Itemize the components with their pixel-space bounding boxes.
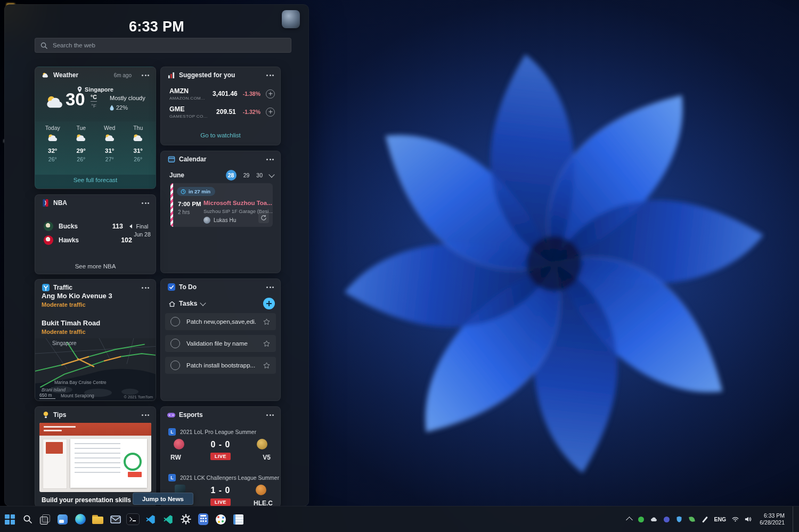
see-more-nba-link[interactable]: See more NBA: [35, 263, 156, 269]
task-list-name[interactable]: Tasks: [179, 300, 198, 307]
search-button[interactable]: [19, 509, 36, 530]
nba-widget[interactable]: NBA Bucks 113 Hawks 102 Final Jun 28 See…: [35, 194, 156, 274]
task-view-button[interactable]: [36, 509, 54, 530]
chevron-down-icon[interactable]: [268, 171, 274, 177]
more-options-button[interactable]: [264, 411, 276, 419]
stocks-icon: [167, 71, 175, 79]
unit-fahrenheit[interactable]: °F: [91, 103, 96, 109]
eco-leaf-icon[interactable]: [689, 516, 696, 523]
traffic-widget[interactable]: Traffic Ang Mo Kio Avenue 3 Moderate tra…: [35, 279, 156, 401]
add-task-button[interactable]: [263, 298, 275, 309]
calculator-icon: [198, 513, 208, 525]
weather-widget[interactable]: Weather 6m ago Singapore 30 °C °F Mostly…: [35, 67, 156, 189]
security-shield-icon[interactable]: [676, 516, 683, 523]
volume-icon[interactable]: [745, 516, 752, 523]
user-avatar[interactable]: [282, 10, 300, 28]
star-icon[interactable]: [263, 340, 271, 348]
more-options-button[interactable]: [264, 155, 276, 163]
unit-toggle[interactable]: °C °F: [91, 94, 97, 109]
sync-icon: [260, 215, 267, 221]
status-green-icon[interactable]: [638, 516, 645, 523]
jump-to-news-button[interactable]: Jump to News: [133, 493, 193, 505]
vscode-insiders-button[interactable]: [159, 509, 177, 530]
team-abbreviation: V5: [263, 454, 271, 461]
task-item[interactable]: Patch new,open,save,edi...: [165, 313, 276, 330]
start-button[interactable]: [1, 509, 19, 530]
palette-icon: [216, 514, 226, 525]
go-to-watchlist-link[interactable]: Go to watchlist: [161, 132, 280, 138]
more-options-button[interactable]: [264, 283, 276, 291]
more-options-button[interactable]: [140, 284, 151, 292]
calculator-button[interactable]: [194, 509, 212, 530]
task-item[interactable]: Validation file by name: [165, 335, 276, 352]
notepad-button[interactable]: [230, 509, 247, 530]
settings-button[interactable]: [177, 509, 194, 530]
event-title[interactable]: Microsoft Suzhou Toa...: [203, 200, 272, 206]
league-name: 2021 LoL Pro League Summer: [180, 429, 256, 435]
onedrive-cloud-icon[interactable]: [650, 516, 657, 523]
web-search-bar[interactable]: [35, 38, 291, 53]
network-icon[interactable]: [732, 516, 739, 523]
paint-button[interactable]: [212, 509, 230, 530]
forecast-day[interactable]: Today 32° 26°: [38, 125, 67, 175]
show-desktop-button[interactable]: [793, 506, 796, 532]
widgets-button[interactable]: [54, 509, 71, 530]
card-title: NBA: [53, 199, 67, 207]
terminal-button[interactable]: [124, 509, 142, 530]
more-options-button[interactable]: [140, 411, 151, 419]
vscode-insiders-icon: [163, 514, 173, 525]
add-to-watchlist-button[interactable]: [266, 108, 275, 117]
team-row: Bucks 113: [44, 220, 132, 232]
forecast-day[interactable]: Thu 31° 26°: [124, 125, 153, 175]
teams-icon[interactable]: [663, 516, 670, 523]
bucks-logo: [44, 222, 53, 231]
search-input[interactable]: [52, 42, 286, 49]
mail-button[interactable]: [107, 509, 124, 530]
calendar-day[interactable]: 29: [243, 172, 250, 178]
taskbar-clock[interactable]: 6:33 PM 6/28/2021: [757, 512, 787, 526]
more-options-button[interactable]: [140, 71, 151, 79]
esports-widget[interactable]: Esports L 2021 LoL Pro League Summer 0 -…: [160, 406, 281, 506]
task-item[interactable]: Patch install bootstrapp...: [165, 357, 276, 374]
stock-price: 209.51: [216, 108, 241, 116]
stock-row[interactable]: AMZN AMAZON.COM... 3,401.46 -1.38%: [161, 85, 280, 102]
stocks-widget[interactable]: Suggested for you AMZN AMAZON.COM... 3,4…: [160, 67, 281, 145]
star-icon[interactable]: [263, 318, 271, 326]
stock-row[interactable]: GME GAMESTOP CO... 209.51 -1.32%: [161, 103, 280, 120]
unit-celsius[interactable]: °C: [91, 94, 97, 100]
chevron-down-icon[interactable]: [200, 300, 206, 306]
star-icon[interactable]: [263, 362, 271, 370]
forecast-day[interactable]: Wed 31° 27°: [95, 125, 124, 175]
forecast-grid: Today 32° 26° Tue 29° 26° Wed 31° 27° Th…: [35, 121, 156, 175]
lightbulb-icon: [42, 411, 50, 419]
file-explorer-button[interactable]: [89, 509, 107, 530]
more-options-button[interactable]: [140, 199, 151, 207]
task-checkbox[interactable]: [170, 339, 180, 348]
calendar-widget[interactable]: Calendar June 28 29 30 in 27 min 7:00 PM…: [160, 151, 281, 273]
edge-button[interactable]: [71, 509, 89, 530]
weather-condition: Mostly cloudy: [110, 95, 154, 101]
road-name: Bukit Timah Road: [42, 319, 100, 327]
task-checkbox[interactable]: [170, 361, 180, 370]
widgets-icon: [58, 514, 68, 525]
add-to-watchlist-button[interactable]: [266, 89, 275, 99]
pen-icon[interactable]: [702, 516, 708, 523]
more-options-button[interactable]: [264, 71, 276, 79]
todo-widget[interactable]: To Do Tasks Patch new,open,save,edi... V…: [160, 279, 281, 401]
taskbar: ENG 6:33 PM 6/28/2021: [0, 506, 799, 532]
road-status: Moderate traffic: [42, 301, 86, 308]
forecast-day[interactable]: Tue 29° 26°: [67, 125, 96, 175]
see-full-forecast-link[interactable]: See full forecast: [35, 177, 156, 183]
calendar-event[interactable]: in 27 min 7:00 PM 2 hrs Microsoft Suzhou…: [170, 183, 273, 227]
rsvp-sync-button[interactable]: [258, 212, 269, 223]
hidden-icons-chevron[interactable]: [626, 517, 633, 523]
tip-preview-image[interactable]: [39, 423, 151, 492]
task-checkbox[interactable]: [170, 317, 180, 326]
calendar-day-selected[interactable]: 28: [226, 170, 237, 181]
search-icon: [23, 514, 32, 524]
traffic-map[interactable]: Singapore Marina Bay Cruise Centre Brani…: [35, 338, 156, 400]
language-indicator[interactable]: ENG: [714, 516, 727, 522]
vscode-button[interactable]: [142, 509, 159, 530]
tips-widget[interactable]: Tips Build your presentation skills: [35, 406, 156, 506]
calendar-day[interactable]: 30: [256, 172, 263, 178]
